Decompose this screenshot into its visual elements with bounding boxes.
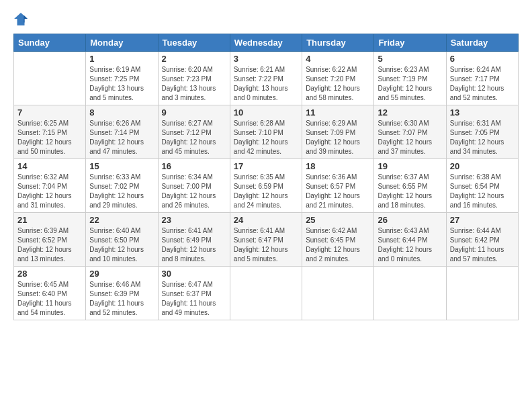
day-info: Sunrise: 6:44 AM Sunset: 6:42 PM Dayligh…	[450, 226, 515, 264]
page: SundayMondayTuesdayWednesdayThursdayFrid…	[0, 0, 532, 411]
calendar-cell: 24Sunrise: 6:41 AM Sunset: 6:47 PM Dayli…	[230, 213, 302, 267]
calendar-week-row: 28Sunrise: 6:45 AM Sunset: 6:40 PM Dayli…	[14, 267, 519, 320]
calendar-cell: 21Sunrise: 6:39 AM Sunset: 6:52 PM Dayli…	[14, 213, 86, 267]
day-info: Sunrise: 6:32 AM Sunset: 7:04 PM Dayligh…	[17, 173, 82, 210]
calendar-header-monday: Monday	[86, 34, 158, 52]
calendar-cell: 3Sunrise: 6:21 AM Sunset: 7:22 PM Daylig…	[230, 52, 302, 105]
calendar-cell: 17Sunrise: 6:35 AM Sunset: 6:59 PM Dayli…	[230, 159, 302, 213]
day-info: Sunrise: 6:21 AM Sunset: 7:22 PM Dayligh…	[234, 65, 298, 103]
calendar-cell	[302, 267, 374, 320]
calendar-cell	[374, 267, 446, 320]
calendar-week-row: 1Sunrise: 6:19 AM Sunset: 7:25 PM Daylig…	[14, 52, 519, 105]
day-number: 2	[162, 54, 226, 64]
svg-marker-1	[24, 15, 28, 22]
calendar-cell: 5Sunrise: 6:23 AM Sunset: 7:19 PM Daylig…	[374, 52, 446, 105]
calendar-cell: 27Sunrise: 6:44 AM Sunset: 6:42 PM Dayli…	[446, 213, 518, 267]
calendar-cell: 12Sunrise: 6:30 AM Sunset: 7:07 PM Dayli…	[374, 105, 446, 159]
calendar-header-tuesday: Tuesday	[158, 34, 230, 52]
calendar-cell: 11Sunrise: 6:29 AM Sunset: 7:09 PM Dayli…	[302, 105, 374, 159]
calendar-cell: 19Sunrise: 6:37 AM Sunset: 6:55 PM Dayli…	[374, 159, 446, 213]
calendar-cell: 6Sunrise: 6:24 AM Sunset: 7:17 PM Daylig…	[446, 52, 518, 105]
calendar-cell: 23Sunrise: 6:41 AM Sunset: 6:49 PM Dayli…	[158, 213, 230, 267]
calendar-cell: 25Sunrise: 6:42 AM Sunset: 6:45 PM Dayli…	[302, 213, 374, 267]
day-info: Sunrise: 6:25 AM Sunset: 7:15 PM Dayligh…	[17, 119, 82, 156]
calendar-cell: 14Sunrise: 6:32 AM Sunset: 7:04 PM Dayli…	[14, 159, 86, 213]
day-number: 8	[89, 107, 154, 118]
day-number: 20	[450, 161, 515, 171]
calendar-cell: 20Sunrise: 6:38 AM Sunset: 6:54 PM Dayli…	[446, 159, 518, 213]
calendar-cell: 8Sunrise: 6:26 AM Sunset: 7:14 PM Daylig…	[86, 105, 158, 159]
day-number: 15	[89, 161, 154, 171]
calendar-cell: 30Sunrise: 6:47 AM Sunset: 6:37 PM Dayli…	[158, 267, 230, 320]
day-info: Sunrise: 6:39 AM Sunset: 6:52 PM Dayligh…	[17, 226, 82, 264]
calendar-cell: 22Sunrise: 6:40 AM Sunset: 6:50 PM Dayli…	[86, 213, 158, 267]
calendar-cell: 2Sunrise: 6:20 AM Sunset: 7:23 PM Daylig…	[158, 52, 230, 105]
calendar-cell: 9Sunrise: 6:27 AM Sunset: 7:12 PM Daylig…	[158, 105, 230, 159]
calendar-week-row: 7Sunrise: 6:25 AM Sunset: 7:15 PM Daylig…	[14, 105, 519, 159]
day-number: 30	[162, 269, 226, 279]
calendar-week-row: 14Sunrise: 6:32 AM Sunset: 7:04 PM Dayli…	[14, 159, 519, 213]
calendar-table: SundayMondayTuesdayWednesdayThursdayFrid…	[13, 34, 519, 320]
calendar-cell: 26Sunrise: 6:43 AM Sunset: 6:44 PM Dayli…	[374, 213, 446, 267]
day-info: Sunrise: 6:26 AM Sunset: 7:14 PM Dayligh…	[89, 119, 154, 156]
calendar-cell: 4Sunrise: 6:22 AM Sunset: 7:20 PM Daylig…	[302, 52, 374, 105]
calendar-cell: 28Sunrise: 6:45 AM Sunset: 6:40 PM Dayli…	[14, 267, 86, 320]
day-number: 19	[378, 161, 442, 171]
calendar-cell: 7Sunrise: 6:25 AM Sunset: 7:15 PM Daylig…	[14, 105, 86, 159]
day-info: Sunrise: 6:34 AM Sunset: 7:00 PM Dayligh…	[162, 173, 226, 210]
calendar-header-row: SundayMondayTuesdayWednesdayThursdayFrid…	[14, 34, 519, 52]
day-info: Sunrise: 6:20 AM Sunset: 7:23 PM Dayligh…	[162, 65, 226, 103]
calendar-cell: 13Sunrise: 6:31 AM Sunset: 7:05 PM Dayli…	[446, 105, 518, 159]
calendar-header-sunday: Sunday	[14, 34, 86, 52]
day-info: Sunrise: 6:45 AM Sunset: 6:40 PM Dayligh…	[17, 280, 82, 318]
day-number: 5	[378, 54, 442, 64]
day-info: Sunrise: 6:33 AM Sunset: 7:02 PM Dayligh…	[89, 173, 154, 210]
day-info: Sunrise: 6:41 AM Sunset: 6:47 PM Dayligh…	[234, 226, 298, 264]
logo	[13, 12, 31, 27]
day-number: 1	[89, 54, 154, 64]
day-info: Sunrise: 6:23 AM Sunset: 7:19 PM Dayligh…	[378, 65, 442, 103]
day-number: 23	[162, 215, 226, 225]
calendar-header-wednesday: Wednesday	[230, 34, 302, 52]
calendar-week-row: 21Sunrise: 6:39 AM Sunset: 6:52 PM Dayli…	[14, 213, 519, 267]
calendar-cell: 16Sunrise: 6:34 AM Sunset: 7:00 PM Dayli…	[158, 159, 230, 213]
day-info: Sunrise: 6:40 AM Sunset: 6:50 PM Dayligh…	[89, 226, 154, 264]
day-info: Sunrise: 6:24 AM Sunset: 7:17 PM Dayligh…	[450, 65, 515, 103]
day-info: Sunrise: 6:36 AM Sunset: 6:57 PM Dayligh…	[306, 173, 370, 210]
calendar-header-saturday: Saturday	[446, 34, 518, 52]
calendar-cell	[446, 267, 518, 320]
day-number: 14	[17, 161, 82, 171]
day-number: 10	[234, 107, 298, 118]
calendar-cell: 10Sunrise: 6:28 AM Sunset: 7:10 PM Dayli…	[230, 105, 302, 159]
day-info: Sunrise: 6:35 AM Sunset: 6:59 PM Dayligh…	[234, 173, 298, 210]
calendar-header-thursday: Thursday	[302, 34, 374, 52]
day-number: 16	[162, 161, 226, 171]
day-info: Sunrise: 6:37 AM Sunset: 6:55 PM Dayligh…	[378, 173, 442, 210]
day-info: Sunrise: 6:30 AM Sunset: 7:07 PM Dayligh…	[378, 119, 442, 156]
header	[13, 12, 519, 27]
day-info: Sunrise: 6:27 AM Sunset: 7:12 PM Dayligh…	[162, 119, 226, 156]
day-info: Sunrise: 6:28 AM Sunset: 7:10 PM Dayligh…	[234, 119, 298, 156]
day-number: 17	[234, 161, 298, 171]
calendar-cell: 18Sunrise: 6:36 AM Sunset: 6:57 PM Dayli…	[302, 159, 374, 213]
day-number: 26	[378, 215, 442, 225]
day-info: Sunrise: 6:38 AM Sunset: 6:54 PM Dayligh…	[450, 173, 515, 210]
day-number: 6	[450, 54, 515, 64]
day-number: 9	[162, 107, 226, 118]
day-number: 18	[306, 161, 370, 171]
logo-icon	[13, 12, 28, 27]
day-info: Sunrise: 6:41 AM Sunset: 6:49 PM Dayligh…	[162, 226, 226, 264]
day-number: 11	[306, 107, 370, 118]
calendar-cell	[230, 267, 302, 320]
day-number: 12	[378, 107, 442, 118]
calendar-header-friday: Friday	[374, 34, 446, 52]
day-number: 4	[306, 54, 370, 64]
day-info: Sunrise: 6:29 AM Sunset: 7:09 PM Dayligh…	[306, 119, 370, 156]
calendar-cell	[14, 52, 86, 105]
day-number: 3	[234, 54, 298, 64]
day-info: Sunrise: 6:19 AM Sunset: 7:25 PM Dayligh…	[89, 65, 154, 103]
svg-marker-0	[14, 13, 28, 26]
day-number: 7	[17, 107, 82, 118]
day-number: 28	[17, 269, 82, 279]
calendar-cell: 1Sunrise: 6:19 AM Sunset: 7:25 PM Daylig…	[86, 52, 158, 105]
